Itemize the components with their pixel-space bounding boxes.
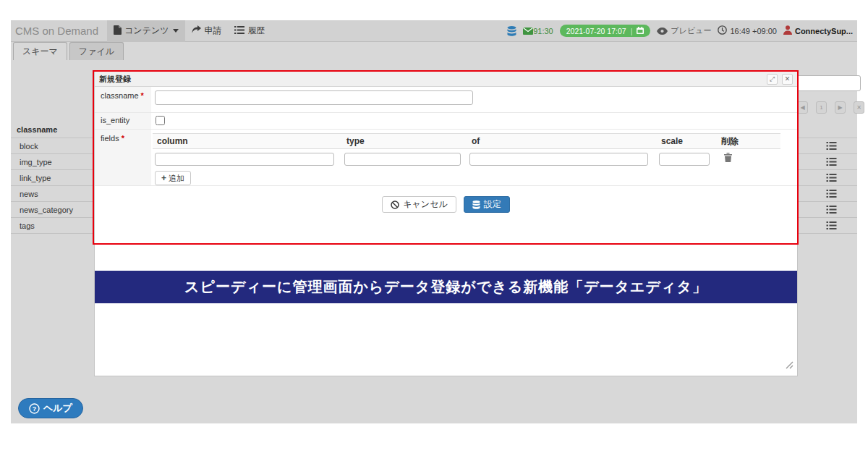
database-save-icon [472,200,480,209]
pill-separator: | [631,27,633,35]
row-menu-icon[interactable] [826,158,837,166]
nav-contents[interactable]: コンテンツ [107,20,185,42]
submit-label: 設定 [484,198,501,211]
row-label: news_category [20,206,73,214]
add-field-label: 追加 [169,173,184,184]
required-icon: * [122,134,124,143]
field-scale-input[interactable] [659,153,710,166]
share-icon [192,25,201,36]
row-menu-icon[interactable] [826,174,837,182]
form-row-classname: classname* [95,87,797,113]
pager-page-button[interactable]: 1 [816,101,827,114]
row-label: img_type [20,158,52,166]
tab-file[interactable]: ファイル [69,42,124,60]
col-header-delete: 削除 [717,135,780,148]
datetime-text: 2021-07-20 17:07 [566,27,626,35]
modal-header: 新規登録 ⤢ ✕ [95,72,797,87]
pager-clear-button[interactable]: ✕ [854,101,864,114]
svg-text:?: ? [33,405,37,413]
pagination: ◀ 1 ▶ ✕ [797,101,864,114]
row-menu-icon[interactable] [826,190,837,198]
field-of-input[interactable] [469,153,648,166]
user-icon [783,25,792,38]
mail-status[interactable]: 91:30 [523,25,553,38]
is-entity-label: is_entity [95,113,151,129]
question-circle-icon: ? [29,403,40,414]
search-input[interactable] [788,75,861,91]
row-label: tags [20,221,35,230]
modal-footer: キャンセル 設定 [95,186,797,213]
preview-button[interactable]: プレビュー [657,25,711,38]
open-external-icon[interactable]: ⤢ [767,74,778,85]
help-label: ヘルプ [43,402,72,415]
required-icon: * [141,91,144,100]
field-column-input[interactable] [155,153,334,166]
close-icon[interactable]: ✕ [782,74,793,85]
app-window: CMS on Demand コンテンツ 申請 履歴 [11,20,857,423]
help-button[interactable]: ? ヘルプ [18,398,83,418]
col-header-column: column [153,136,342,146]
trash-icon[interactable] [724,153,732,162]
col-header-type: type [342,136,467,146]
row-menu-icon[interactable] [826,221,837,229]
row-label: block [20,142,38,151]
field-type-input[interactable] [344,153,461,166]
ban-icon [391,200,399,209]
row-menu-icon[interactable] [826,142,837,150]
topbar: CMS on Demand コンテンツ 申請 履歴 [11,20,857,42]
classname-input[interactable] [155,90,473,105]
fields-table: column type of scale 削除 [153,133,780,168]
row-label: news [20,190,38,198]
row-label: link_type [20,174,51,182]
app-logo: CMS on Demand [11,25,107,37]
preview-label: プレビュー [671,25,711,36]
add-field-button[interactable]: + 追加 [155,171,191,185]
chevron-down-icon [173,29,179,33]
promo-banner: スピーディーに管理画面からデータ登録ができる新機能「データエディタ」 [95,271,797,303]
user-name: ConnectySup... [795,27,853,35]
database-icon[interactable] [507,26,516,36]
clock-status[interactable]: 16:49 +09:00 [718,25,777,38]
fields-label: fields* [95,130,151,185]
clock-text: 16:49 +09:00 [730,27,777,35]
document-icon [114,25,122,37]
nav-contents-label: コンテンツ [124,25,169,37]
submit-button[interactable]: 設定 [464,196,510,213]
user-menu[interactable]: ConnectySup... [783,25,853,38]
nav-history-label: 履歴 [247,25,265,37]
plus-icon: + [161,173,166,183]
calendar-icon [637,27,644,35]
is-entity-checkbox[interactable] [156,116,165,125]
modal-title: 新規登録 [99,74,131,85]
eye-icon [657,25,668,38]
topbar-status: 91:30 2021-07-20 17:07 | プレビュー 16:49 +0 [507,25,857,38]
list-icon [234,26,244,36]
datetime-pill[interactable]: 2021-07-20 17:07 | [560,25,651,37]
nav-apply[interactable]: 申請 [185,20,228,42]
col-header-scale: scale [657,136,717,146]
cancel-label: キャンセル [403,198,447,211]
form-row-is-entity: is_entity [95,113,797,130]
fields-table-header: column type of scale 削除 [153,133,780,149]
row-menu-icon[interactable] [826,206,837,214]
cancel-button[interactable]: キャンセル [382,196,456,213]
tab-schema[interactable]: スキーマ [13,42,67,60]
editor-panel: 新規登録 ⤢ ✕ classname* is_entity [94,71,798,376]
nav-history[interactable]: 履歴 [228,20,271,42]
pager-prev-button[interactable]: ◀ [797,101,808,114]
classname-label: classname* [95,87,151,112]
promo-banner-text: スピーディーに管理画面からデータ登録ができる新機能「データエディタ」 [184,277,707,297]
form-row-fields: fields* column type of scale 削除 [95,130,797,186]
clock-icon [718,25,727,38]
resize-handle-icon[interactable] [786,359,793,372]
col-header-of: of [467,136,657,146]
mail-count: 91:30 [533,27,553,35]
envelope-icon [523,25,533,38]
fields-input-row [153,149,780,168]
nav-apply-label: 申請 [204,25,221,37]
tab-bar: スキーマ ファイル [11,42,124,61]
pager-next-button[interactable]: ▶ [835,101,846,114]
